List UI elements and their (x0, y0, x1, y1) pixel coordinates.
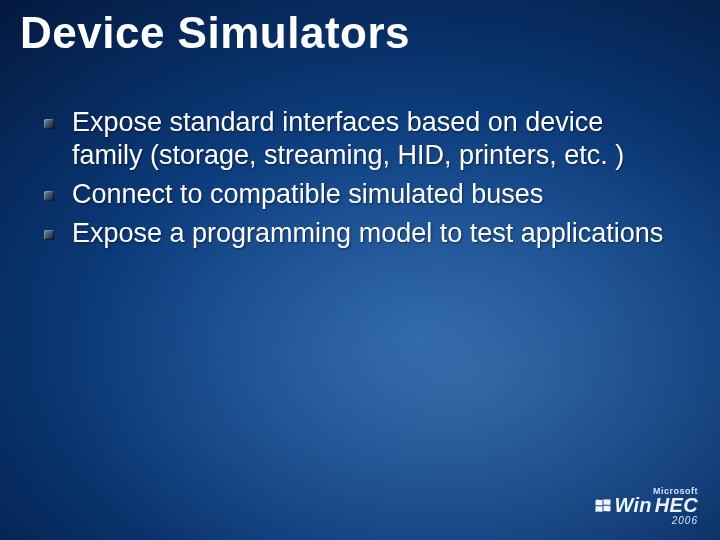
bullet-text: Expose a programming model to test appli… (72, 217, 670, 250)
footer-logo: Microsoft WinHEC 2006 (595, 486, 698, 526)
brand-label: WinHEC (595, 494, 698, 517)
bullet-icon (44, 191, 54, 201)
bullet-icon (44, 119, 54, 129)
vendor-label: Microsoft (595, 486, 698, 496)
slide: Device Simulators Expose standard interf… (0, 0, 720, 540)
list-item: Expose standard interfaces based on devi… (44, 106, 670, 172)
list-item: Expose a programming model to test appli… (44, 217, 670, 250)
bullet-text: Expose standard interfaces based on devi… (72, 106, 670, 172)
bullet-icon (44, 230, 54, 240)
year-label: 2006 (595, 515, 698, 526)
bullet-text: Connect to compatible simulated buses (72, 178, 670, 211)
brand-suffix: HEC (655, 494, 698, 517)
brand-prefix: Win (614, 494, 651, 517)
list-item: Connect to compatible simulated buses (44, 178, 670, 211)
slide-body: Expose standard interfaces based on devi… (44, 106, 670, 256)
windows-flag-icon (595, 499, 611, 513)
slide-title: Device Simulators (20, 8, 410, 58)
